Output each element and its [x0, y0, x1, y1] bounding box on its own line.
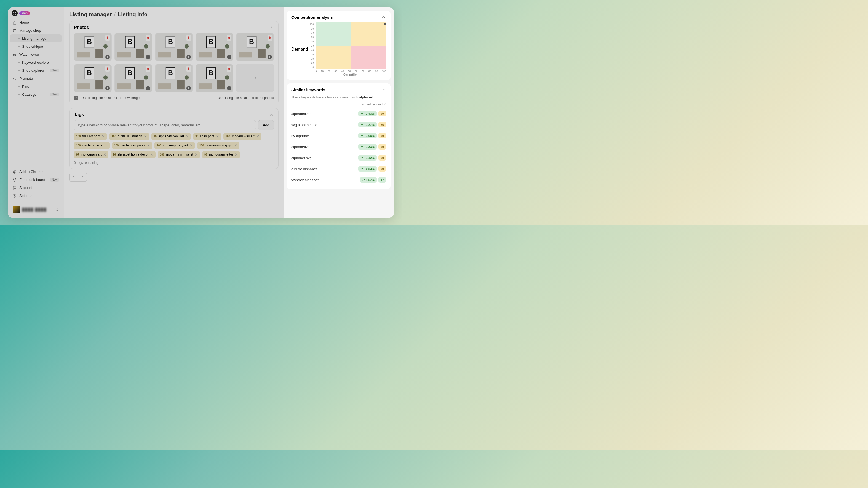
- similar-desc: These keywords have a base in common wit…: [291, 95, 386, 100]
- delete-photo-icon[interactable]: [186, 35, 191, 41]
- tag-chip[interactable]: 96monogram letter✕: [202, 151, 240, 158]
- photo-thumb[interactable]: B i: [115, 33, 152, 61]
- remove-tag-icon[interactable]: ✕: [195, 153, 198, 157]
- remove-tag-icon[interactable]: ✕: [190, 144, 193, 148]
- tag-chip[interactable]: 100contemporary art✕: [154, 142, 195, 149]
- delete-photo-icon[interactable]: [227, 35, 231, 41]
- keyword-row[interactable]: by alphabet +1.06% 99: [291, 130, 386, 141]
- remove-tag-icon[interactable]: ✕: [216, 134, 219, 139]
- tag-chip[interactable]: 100digital illustration✕: [109, 133, 149, 140]
- remove-tag-icon[interactable]: ✕: [104, 144, 107, 148]
- photo-thumb[interactable]: B i: [195, 33, 233, 61]
- delete-photo-icon[interactable]: [146, 66, 150, 72]
- tag-chip[interactable]: 100modern art prints✕: [112, 142, 152, 149]
- user-row[interactable]: ████ ████: [10, 205, 62, 215]
- nav-home[interactable]: Home: [10, 19, 62, 27]
- chevron-up-icon[interactable]: [381, 87, 386, 92]
- nav-label: Support: [19, 186, 32, 190]
- sort-dropdown[interactable]: sorted by trend: [291, 102, 386, 106]
- keyword-row[interactable]: alphabetized +7.43% 99: [291, 108, 386, 119]
- chevron-up-icon[interactable]: [269, 112, 274, 117]
- tag-score: 97: [76, 153, 79, 156]
- nav-catalogs[interactable]: Catalogs New: [10, 90, 62, 98]
- remove-tag-icon[interactable]: ✕: [103, 153, 106, 157]
- chrome-icon: [13, 170, 17, 174]
- alt-new-row[interactable]: ✓ Use listing title as alt text for new …: [74, 96, 141, 100]
- remove-tag-icon[interactable]: ✕: [147, 144, 150, 148]
- tag-chip[interactable]: 97monogram art✕: [74, 151, 108, 158]
- info-icon[interactable]: i: [227, 86, 231, 90]
- nav-watch-tower[interactable]: Watch tower: [10, 51, 62, 59]
- score-badge: 99: [378, 133, 386, 139]
- add-tag-button[interactable]: Add: [258, 120, 274, 130]
- remove-tag-icon[interactable]: ✕: [150, 153, 153, 157]
- keyword-row[interactable]: a is for alphabet +0.83% 99: [291, 163, 386, 174]
- tag-chip[interactable]: 100modern decor✕: [74, 142, 110, 149]
- delete-photo-icon[interactable]: [268, 35, 272, 41]
- info-icon[interactable]: i: [105, 86, 110, 90]
- tags-card: Tags Add 100wall art print✕100digital il…: [69, 108, 279, 169]
- keyword-row[interactable]: alphabetize +1.33% 99: [291, 141, 386, 152]
- tag-chip[interactable]: 100housewarming gift✕: [197, 142, 240, 149]
- photo-thumb[interactable]: B i: [155, 33, 193, 61]
- keyword-row[interactable]: toystory alphabet +4.7% 17: [291, 174, 386, 185]
- tag-chip[interactable]: 100modern wall art✕: [223, 133, 261, 140]
- nav-support[interactable]: Support: [10, 184, 62, 192]
- info-icon[interactable]: i: [186, 55, 191, 59]
- info-icon[interactable]: i: [268, 55, 272, 59]
- delete-photo-icon[interactable]: [146, 35, 150, 41]
- remove-tag-icon[interactable]: ✕: [102, 134, 105, 139]
- photo-thumb[interactable]: B i: [74, 33, 112, 61]
- competition-title: Competition analysis: [291, 15, 333, 20]
- nav-feedback[interactable]: Feedback board New: [10, 176, 62, 184]
- info-icon[interactable]: i: [146, 55, 150, 59]
- info-icon[interactable]: i: [105, 55, 110, 59]
- breadcrumb-parent[interactable]: Listing manager: [69, 11, 112, 18]
- photo-thumb[interactable]: B i: [115, 64, 152, 92]
- checkbox-checked-icon[interactable]: ✓: [74, 96, 78, 100]
- remove-tag-icon[interactable]: ✕: [144, 134, 147, 139]
- keyword-row[interactable]: svg alphabet font +1.27% 86: [291, 119, 386, 130]
- photo-empty-slot[interactable]: 10: [236, 64, 274, 92]
- chevron-updown-icon: [55, 208, 59, 212]
- nav-add-chrome[interactable]: Add to Chrome: [10, 168, 62, 176]
- photo-thumb[interactable]: B i: [195, 64, 233, 92]
- nav-manage-shop[interactable]: Manage shop: [10, 27, 62, 34]
- tag-chip[interactable]: 100wall art print✕: [74, 133, 107, 140]
- info-icon[interactable]: i: [227, 55, 231, 59]
- tag-chip[interactable]: 96alphabet home decor✕: [111, 151, 156, 158]
- delete-photo-icon[interactable]: [227, 66, 231, 72]
- nav-shop-explorer[interactable]: Shop explorer New: [10, 66, 62, 74]
- chevron-up-icon[interactable]: [381, 14, 386, 20]
- nav-pins[interactable]: Pins: [10, 83, 62, 90]
- remove-tag-icon[interactable]: ✕: [234, 144, 237, 148]
- nav-promote[interactable]: Promote: [10, 74, 62, 83]
- photo-thumb[interactable]: B i: [155, 64, 193, 92]
- pager-next-button[interactable]: [78, 173, 87, 182]
- info-icon[interactable]: i: [186, 86, 191, 90]
- tag-chip[interactable]: 95alphabets wall art✕: [151, 133, 191, 140]
- nav-keyword-explorer[interactable]: Keyword explorer: [10, 59, 62, 66]
- delete-photo-icon[interactable]: [186, 66, 191, 72]
- chevron-up-icon[interactable]: [269, 25, 274, 30]
- tag-label: monogram letter: [209, 153, 233, 156]
- info-icon[interactable]: i: [146, 86, 150, 90]
- delete-photo-icon[interactable]: [105, 66, 110, 72]
- delete-photo-icon[interactable]: [105, 35, 110, 41]
- alt-all-link[interactable]: Use listing title as alt text for all ph…: [218, 96, 274, 100]
- nav-shop-critique[interactable]: Shop critique: [10, 42, 62, 51]
- chevron-left-icon: [72, 175, 75, 178]
- nav-settings[interactable]: Settings: [10, 192, 62, 200]
- main-content: Listing manager / Listing info Photos B …: [64, 7, 283, 218]
- keyword-row[interactable]: alphabet svg +1.42% 90: [291, 152, 386, 163]
- remove-tag-icon[interactable]: ✕: [256, 134, 259, 139]
- photo-thumb[interactable]: B i: [236, 33, 274, 61]
- tag-input[interactable]: [74, 120, 256, 130]
- pager-prev-button[interactable]: [69, 173, 78, 182]
- remove-tag-icon[interactable]: ✕: [186, 134, 189, 139]
- remove-tag-icon[interactable]: ✕: [235, 153, 238, 157]
- tag-chip[interactable]: 100modern minimalist✕: [158, 151, 200, 158]
- nav-listing-manager[interactable]: Listing manager: [10, 34, 62, 42]
- tag-chip[interactable]: 90lines print✕: [193, 133, 221, 140]
- photo-thumb[interactable]: B i: [74, 64, 112, 92]
